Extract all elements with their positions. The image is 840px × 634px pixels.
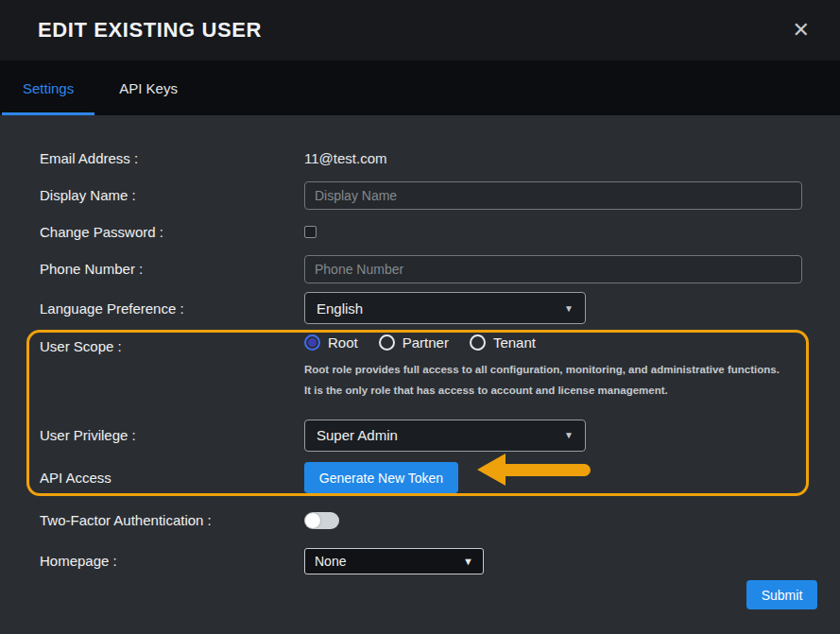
help-line-2: It is the only role that has access to a… <box>304 381 817 402</box>
phone-input[interactable] <box>304 255 802 283</box>
user-privilege-row: User Privilege : Super Admin ▼ <box>40 415 817 456</box>
radio-unselected-icon <box>379 334 395 351</box>
user-scope-radio-group: Root Partner Tenant <box>304 334 817 351</box>
radio-root[interactable]: Root <box>304 334 358 351</box>
user-scope-label: User Scope : <box>40 334 304 354</box>
homepage-label: Homepage : <box>40 553 304 569</box>
two-factor-toggle[interactable] <box>304 512 339 529</box>
page-title: EDIT EXISTING USER <box>38 18 785 43</box>
api-access-row: API Access Generate New Token <box>40 456 817 500</box>
radio-partner-label: Partner <box>403 334 449 351</box>
two-factor-label: Two-Factor Authentication : <box>40 512 304 528</box>
chevron-down-icon: ▼ <box>463 556 473 567</box>
homepage-select[interactable]: None ▼ <box>304 548 484 574</box>
help-line-1: Root role provides full access to all co… <box>304 360 817 381</box>
chevron-down-icon: ▼ <box>564 430 574 440</box>
radio-partner[interactable]: Partner <box>379 334 449 351</box>
edit-user-modal: EDIT EXISTING USER ✕ Settings API Keys E… <box>0 0 840 634</box>
homepage-selected-value: None <box>315 554 463 569</box>
display-name-label: Display Name : <box>40 187 304 203</box>
close-icon[interactable]: ✕ <box>785 16 817 44</box>
change-password-label: Change Password : <box>40 224 304 240</box>
submit-row: Submit <box>746 580 817 609</box>
toggle-knob <box>305 513 320 528</box>
tab-api-keys[interactable]: API Keys <box>96 60 200 115</box>
email-value: 11@test.com <box>304 150 386 166</box>
phone-row: Phone Number : <box>40 250 817 287</box>
language-label: Language Preference : <box>40 300 304 317</box>
chevron-down-icon: ▼ <box>564 303 574 314</box>
radio-root-label: Root <box>328 334 358 351</box>
radio-unselected-icon <box>470 334 486 351</box>
change-password-row: Change Password : <box>40 214 817 250</box>
email-row: Email Address : 11@test.com <box>40 140 817 177</box>
modal-header: EDIT EXISTING USER ✕ <box>0 0 840 60</box>
generate-token-button[interactable]: Generate New Token <box>304 462 458 493</box>
api-access-label: API Access <box>40 470 304 486</box>
user-privilege-label: User Privilege : <box>40 427 304 443</box>
phone-label: Phone Number : <box>40 261 304 277</box>
change-password-checkbox[interactable] <box>304 226 317 238</box>
user-privilege-selected-value: Super Admin <box>317 427 564 443</box>
radio-selected-icon <box>304 334 320 351</box>
radio-tenant[interactable]: Tenant <box>470 334 536 351</box>
form-body: Email Address : 11@test.com Display Name… <box>0 115 840 634</box>
email-label: Email Address : <box>40 150 304 166</box>
radio-tenant-label: Tenant <box>493 334 536 351</box>
homepage-row: Homepage : None ▼ <box>40 541 817 581</box>
language-selected-value: English <box>317 300 564 317</box>
tab-settings[interactable]: Settings <box>0 60 96 115</box>
display-name-input[interactable] <box>304 181 802 210</box>
tab-strip: Settings API Keys <box>0 60 840 115</box>
language-dropdown[interactable]: English ▼ <box>304 292 586 324</box>
user-scope-help-text: Root role provides full access to all co… <box>304 360 817 402</box>
user-scope-row: User Scope : Root Partner Tenant <box>40 334 817 402</box>
language-row: Language Preference : English ▼ <box>40 287 817 329</box>
two-factor-row: Two-Factor Authentication : <box>40 500 817 541</box>
submit-button[interactable]: Submit <box>746 580 817 609</box>
display-name-row: Display Name : <box>40 177 817 214</box>
user-privilege-dropdown[interactable]: Super Admin ▼ <box>304 420 586 452</box>
